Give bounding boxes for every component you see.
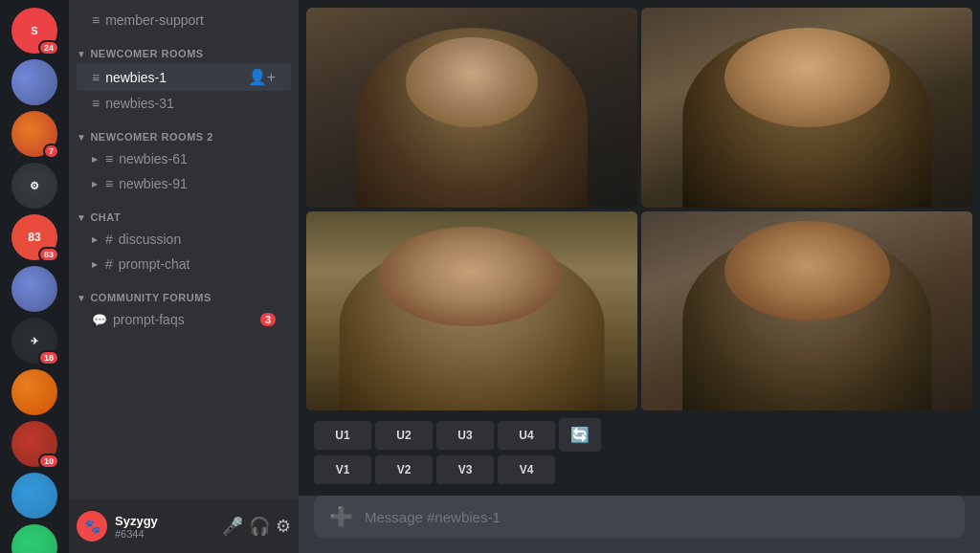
prompt-faqs-badge: 3 <box>260 313 276 326</box>
video-area: U1 U2 U3 U4 🔄 V1 V2 V3 V4 <box>299 0 980 496</box>
category-arrow-4: ▼ <box>77 293 86 303</box>
user-area: 🐾 Syzygy #6344 🎤 🎧 ⚙ <box>69 499 299 553</box>
hash-icon-discussion: # <box>105 232 113 247</box>
video-cell-1 <box>306 8 637 208</box>
hash-icon: ≡ <box>92 12 100 28</box>
video-grid <box>306 8 972 410</box>
category-chat[interactable]: ▼ CHAT <box>69 196 299 227</box>
hash-icon-prompt-chat: # <box>105 256 113 272</box>
user-btn-u4[interactable]: U4 <box>498 421 555 450</box>
server-icon-11[interactable] <box>11 524 57 553</box>
add-member-icon[interactable]: 👤+ <box>248 68 276 86</box>
message-input-wrapper: ➕ <box>314 496 965 538</box>
category-arrow-1: ▼ <box>77 49 86 59</box>
server-icon-7[interactable]: ✈ 18 <box>11 318 57 364</box>
category-newcomer-rooms-2[interactable]: ▼ NEWCOMER ROOMS 2 <box>69 116 299 146</box>
video-person-1 <box>306 8 637 208</box>
channel-sidebar: ≡ member-support ▼ NEWCOMER ROOMS ≡ newb… <box>69 0 299 553</box>
server-icon-9[interactable]: 10 <box>11 421 57 467</box>
user-avatar: 🐾 <box>77 511 107 542</box>
server-icon-2[interactable] <box>11 59 57 105</box>
bullet-prompt-chat: ▶ <box>92 260 98 269</box>
hash-icon-newbies1: ≡ <box>92 70 100 85</box>
message-area: ➕ <box>299 496 980 553</box>
badge-5: 83 <box>38 247 59 262</box>
channel-list: ≡ member-support ▼ NEWCOMER ROOMS ≡ newb… <box>69 0 299 499</box>
video-person-2 <box>641 8 972 208</box>
forum-icon-prompt-faqs: 💬 <box>92 313 107 327</box>
category-newcomer-rooms[interactable]: ▼ NEWCOMER ROOMS <box>69 33 299 63</box>
video-cell-3 <box>306 211 637 411</box>
message-input[interactable] <box>365 509 949 525</box>
hash-icon-newbies31: ≡ <box>92 96 100 111</box>
user-controls: 🎤 🎧 ⚙ <box>222 516 291 537</box>
server-icon-6[interactable] <box>11 266 57 312</box>
video-person-4 <box>641 211 972 411</box>
badge-3: 7 <box>43 144 59 159</box>
server-icon-4[interactable]: ⚙ <box>11 163 57 209</box>
channel-newbies-91[interactable]: ▶ ≡ newbies-91 <box>77 171 291 196</box>
user-btn-u2[interactable]: U2 <box>375 421 433 450</box>
channel-newbies-31[interactable]: ≡ newbies-31 <box>77 91 291 116</box>
main-content: U1 U2 U3 U4 🔄 V1 V2 V3 V4 ➕ <box>299 0 980 553</box>
video-cell-4 <box>641 211 972 411</box>
server-icon-5[interactable]: 83 83 <box>11 214 57 260</box>
channel-prompt-faqs[interactable]: 💬 prompt-faqs 3 <box>77 307 291 332</box>
hash-icon-newbies91: ≡ <box>105 176 113 191</box>
category-community-forums[interactable]: ▼ COMMUNITY FORUMS <box>69 276 299 307</box>
message-add-button[interactable]: ➕ <box>329 505 353 528</box>
channel-newbies-1[interactable]: ≡ newbies-1 👤+ <box>77 63 291 91</box>
badge-7: 18 <box>38 350 59 365</box>
server-icon-8[interactable] <box>11 369 57 415</box>
user-btn-v3[interactable]: V3 <box>436 455 494 484</box>
server-icon-3[interactable]: 7 <box>11 111 57 157</box>
user-info: Syzygy #6344 <box>115 514 214 540</box>
username: Syzygy <box>115 514 214 528</box>
headphones-icon[interactable]: 🎧 <box>249 516 270 537</box>
bullet-61: ▶ <box>92 155 98 164</box>
server-icon-1[interactable]: S 24 <box>11 8 57 54</box>
controls-area: U1 U2 U3 U4 🔄 V1 V2 V3 V4 <box>306 414 972 488</box>
settings-icon[interactable]: ⚙ <box>276 516 291 537</box>
channel-prompt-chat[interactable]: ▶ # prompt-chat <box>77 252 291 276</box>
user-buttons-row-2: V1 V2 V3 V4 <box>314 455 965 484</box>
user-btn-u1[interactable]: U1 <box>314 421 371 450</box>
user-btn-v4[interactable]: V4 <box>498 455 555 484</box>
server-icon-list: S 24 7 ⚙ 83 83 ✈ 18 10 <box>0 0 69 553</box>
user-btn-v1[interactable]: V1 <box>314 455 371 484</box>
user-btn-u3[interactable]: U3 <box>436 421 494 450</box>
bullet-91: ▶ <box>92 180 98 188</box>
video-person-3 <box>306 211 637 411</box>
user-tag: #6344 <box>115 528 214 540</box>
refresh-button[interactable]: 🔄 <box>559 418 601 452</box>
category-arrow-3: ▼ <box>77 212 86 223</box>
hash-icon-newbies61: ≡ <box>105 151 113 166</box>
bullet-discussion: ▶ <box>92 235 98 244</box>
channel-discussion[interactable]: ▶ # discussion <box>77 227 291 252</box>
category-arrow-2: ▼ <box>77 132 86 143</box>
badge-9: 10 <box>38 453 59 469</box>
video-cell-2 <box>641 8 972 208</box>
microphone-icon[interactable]: 🎤 <box>222 516 243 537</box>
user-btn-v2[interactable]: V2 <box>375 455 433 484</box>
channel-newbies-61[interactable]: ▶ ≡ newbies-61 <box>77 146 291 171</box>
channel-member-support[interactable]: ≡ member-support <box>77 8 291 33</box>
server-icon-10[interactable] <box>11 473 57 519</box>
user-buttons-row-1: U1 U2 U3 U4 🔄 <box>314 418 965 452</box>
badge-1: 24 <box>38 40 59 55</box>
